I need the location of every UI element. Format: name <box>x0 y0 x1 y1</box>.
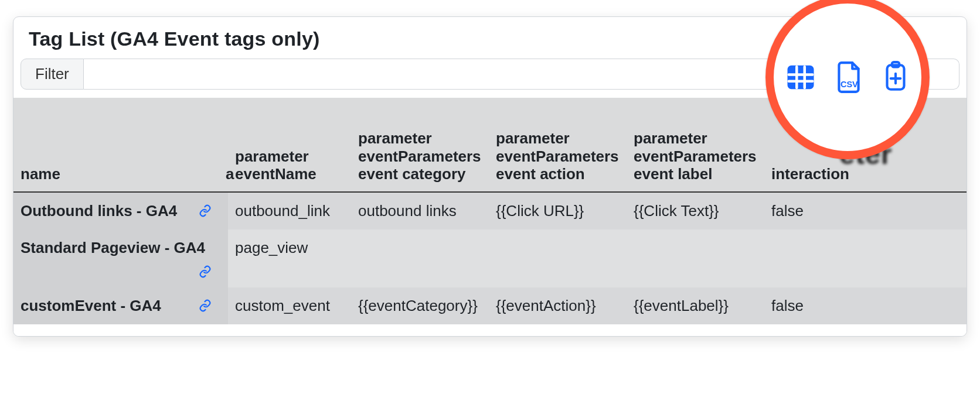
cell-event-action <box>489 229 627 287</box>
export-actions-highlight: CSV <box>765 0 930 159</box>
table-row[interactable]: Outbound links - GA4 outbound_link outbo… <box>13 192 967 229</box>
cell-name: customEvent - GA4 <box>13 287 219 324</box>
link-icon[interactable] <box>199 204 212 217</box>
cell-non-interaction <box>764 229 899 287</box>
col-event-name[interactable]: parameter eventName <box>228 98 351 192</box>
filter-label: Filter <box>21 59 84 90</box>
col-name[interactable]: name <box>13 98 219 192</box>
svg-text:CSV: CSV <box>841 80 858 89</box>
table-row[interactable]: customEvent - GA4 custom_event {{eventCa… <box>13 287 967 324</box>
table-body: Outbound links - GA4 outbound_link outbo… <box>13 192 967 324</box>
cell-event-label: {{Click Text}} <box>627 192 764 229</box>
cell-non-interaction: false <box>764 287 899 324</box>
cell-name: Outbound links - GA4 <box>13 192 219 229</box>
cell-event-name: custom_event <box>228 287 351 324</box>
cell-event-action: {{Click URL}} <box>489 192 627 229</box>
link-icon[interactable] <box>199 265 212 278</box>
svg-rect-0 <box>789 67 813 88</box>
cell-event-category: outbound links <box>351 192 489 229</box>
csv-file-icon[interactable]: CSV <box>834 60 863 94</box>
col-event-action[interactable]: parameter eventParameters event action <box>489 98 627 192</box>
col-event-category[interactable]: parameter eventParameters event category <box>351 98 489 192</box>
col-event-label[interactable]: parameter eventParameters event label <box>627 98 764 192</box>
cell-event-action: {{eventAction}} <box>489 287 627 324</box>
table-row[interactable]: Standard Pageview - GA4 page_view <box>13 229 967 287</box>
cell-event-label: {{eventLabel}} <box>627 287 764 324</box>
cell-non-interaction: false <box>764 192 899 229</box>
link-icon[interactable] <box>199 299 212 312</box>
tag-name: Standard Pageview - GA4 <box>21 239 212 257</box>
cell-event-name: page_view <box>228 229 351 287</box>
clipboard-add-icon[interactable] <box>881 60 910 94</box>
tag-name: customEvent - GA4 <box>21 297 161 315</box>
cell-event-label <box>627 229 764 287</box>
col-spacer: a <box>219 98 228 192</box>
cell-name: Standard Pageview - GA4 <box>13 229 219 287</box>
cell-event-name: outbound_link <box>228 192 351 229</box>
tag-name: Outbound links - GA4 <box>21 202 177 220</box>
table-icon[interactable] <box>785 61 816 93</box>
cell-event-category: {{eventCategory}} <box>351 287 489 324</box>
cell-event-category <box>351 229 489 287</box>
